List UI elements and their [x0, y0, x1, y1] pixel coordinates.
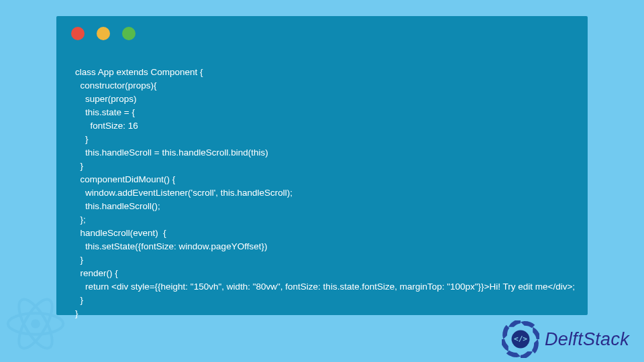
window-traffic-lights [71, 27, 136, 40]
delftstack-logo-icon: </> [502, 320, 539, 358]
svg-point-3 [31, 319, 40, 328]
brand-name: DelftStack [545, 329, 629, 350]
code-editor-window: class App extends Component { constructo… [56, 16, 588, 315]
svg-text:</>: </> [514, 335, 527, 343]
code-block: class App extends Component { constructo… [75, 66, 574, 320]
zoom-dot[interactable] [122, 27, 136, 40]
brand-badge: </> DelftStack [502, 320, 629, 358]
react-watermark-icon [3, 291, 68, 357]
minimize-dot[interactable] [97, 27, 110, 40]
close-dot[interactable] [71, 27, 85, 40]
